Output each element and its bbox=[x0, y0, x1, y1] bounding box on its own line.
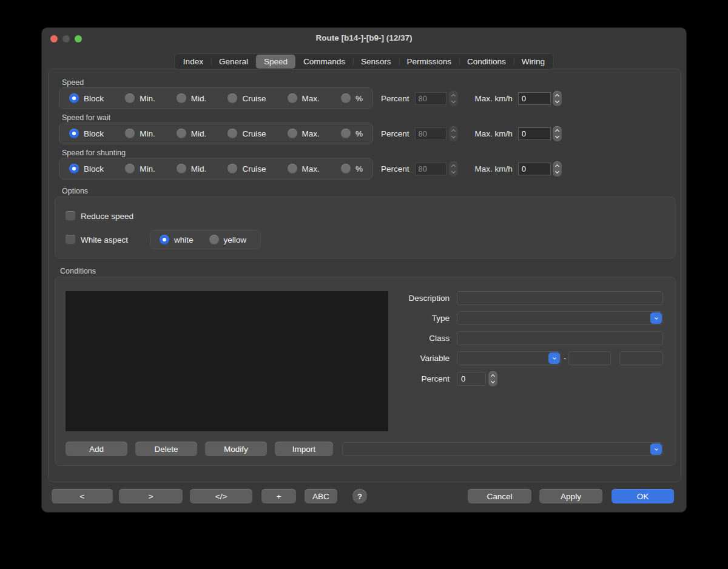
speed-shunting-radio-group: Block Min. Mid. Cruise Max. % bbox=[59, 158, 373, 180]
max-kmh-label: Max. km/h bbox=[475, 94, 513, 103]
section-label-conditions: Conditions bbox=[60, 267, 96, 275]
dropdown-button[interactable] bbox=[548, 352, 560, 364]
chevron-up-icon bbox=[451, 93, 455, 98]
modify-button[interactable]: Modify bbox=[205, 442, 267, 456]
radio-speed-min[interactable]: Min. bbox=[125, 93, 155, 103]
percent-label: Percent bbox=[381, 164, 410, 173]
section-label-speed: Speed bbox=[62, 78, 84, 87]
cancel-button[interactable]: Cancel bbox=[468, 489, 531, 503]
radio-icon bbox=[125, 164, 135, 173]
shunting-percent-input bbox=[415, 163, 447, 175]
title-bar[interactable]: Route [b14-]-[b9-] (12/37) bbox=[42, 28, 686, 50]
ok-button[interactable]: OK bbox=[612, 489, 674, 503]
reduce-speed-checkbox[interactable] bbox=[66, 211, 75, 221]
import-button[interactable]: Import bbox=[275, 442, 333, 456]
speed-shunting-value-controls: Percent Max. km/h bbox=[381, 158, 562, 180]
wait-max-kmh-input[interactable] bbox=[518, 127, 551, 140]
prev-route-button[interactable]: < bbox=[52, 489, 113, 503]
tab-index[interactable]: Index bbox=[175, 55, 211, 69]
radio-shunting-cruise[interactable]: Cruise bbox=[228, 164, 266, 173]
condition-percent-label: Percent bbox=[395, 374, 450, 383]
chevron-down-icon bbox=[655, 316, 658, 320]
conditions-bottom-dropdown[interactable] bbox=[342, 442, 663, 456]
radio-icon bbox=[177, 93, 186, 103]
class-input[interactable] bbox=[457, 331, 663, 345]
chevron-down-icon bbox=[451, 169, 455, 173]
chevron-up-icon bbox=[555, 129, 559, 133]
wait-max-kmh-stepper[interactable] bbox=[553, 126, 562, 141]
radio-icon bbox=[288, 93, 297, 103]
chevron-down-icon bbox=[451, 133, 455, 138]
speed-wait-radio-group: Block Min. Mid. Cruise Max. % bbox=[59, 123, 373, 144]
radio-wait-percent[interactable]: % bbox=[341, 129, 363, 138]
radio-selected-icon bbox=[69, 164, 79, 173]
speed-percent-input bbox=[415, 92, 447, 105]
percent-label: Percent bbox=[381, 94, 410, 103]
white-aspect-checkbox[interactable] bbox=[66, 235, 75, 244]
dropdown-button[interactable] bbox=[650, 443, 662, 455]
radio-selected-icon bbox=[69, 93, 79, 103]
variable-from-input[interactable] bbox=[568, 351, 611, 365]
radio-wait-min[interactable]: Min. bbox=[125, 129, 155, 138]
variable-dropdown[interactable] bbox=[457, 351, 561, 365]
tab-sensors[interactable]: Sensors bbox=[353, 55, 399, 69]
abc-button[interactable]: ABC bbox=[305, 489, 337, 503]
tab-commands[interactable]: Commands bbox=[295, 55, 353, 69]
next-route-button[interactable]: > bbox=[119, 489, 183, 503]
xml-button[interactable]: </> bbox=[190, 489, 252, 503]
radio-icon bbox=[288, 164, 297, 173]
tab-wiring[interactable]: Wiring bbox=[514, 55, 553, 69]
speed-tab-panel: Speed Block Min. Mid. Cruise Max. % Perc… bbox=[48, 69, 681, 482]
radio-wait-cruise[interactable]: Cruise bbox=[228, 129, 266, 138]
apply-button[interactable]: Apply bbox=[539, 489, 602, 503]
radio-shunting-mid[interactable]: Mid. bbox=[177, 164, 207, 173]
radio-speed-max[interactable]: Max. bbox=[288, 93, 320, 103]
radio-shunting-min[interactable]: Min. bbox=[125, 164, 155, 173]
conditions-list[interactable] bbox=[66, 291, 388, 431]
radio-icon bbox=[177, 164, 186, 173]
radio-wait-mid[interactable]: Mid. bbox=[177, 129, 207, 138]
chevron-up-icon bbox=[451, 129, 455, 133]
variable-label: Variable bbox=[395, 354, 450, 363]
type-label: Type bbox=[395, 314, 450, 323]
speed-radio-group: Block Min. Mid. Cruise Max. % bbox=[59, 87, 373, 109]
radio-aspect-yellow[interactable]: yellow bbox=[209, 235, 247, 244]
shunting-max-kmh-input[interactable] bbox=[518, 163, 551, 175]
add-button[interactable]: Add bbox=[66, 442, 127, 456]
radio-icon bbox=[209, 235, 219, 244]
radio-shunting-block[interactable]: Block bbox=[69, 164, 104, 173]
radio-shunting-percent[interactable]: % bbox=[341, 164, 363, 173]
radio-speed-mid[interactable]: Mid. bbox=[177, 93, 207, 103]
speed-max-kmh-stepper[interactable] bbox=[553, 91, 562, 106]
description-input[interactable] bbox=[457, 291, 663, 305]
condition-percent-stepper[interactable] bbox=[488, 371, 497, 386]
speed-max-kmh-input[interactable] bbox=[518, 92, 551, 105]
chevron-down-icon bbox=[555, 98, 559, 103]
description-label: Description bbox=[395, 294, 450, 303]
shunting-max-kmh-stepper[interactable] bbox=[553, 161, 562, 177]
tab-permissions[interactable]: Permissions bbox=[399, 55, 460, 69]
radio-selected-icon bbox=[160, 235, 169, 244]
radio-speed-percent[interactable]: % bbox=[341, 93, 363, 103]
type-dropdown[interactable] bbox=[457, 311, 663, 325]
dropdown-button[interactable] bbox=[650, 312, 662, 324]
variable-to-input[interactable] bbox=[619, 351, 663, 365]
radio-shunting-max[interactable]: Max. bbox=[288, 164, 320, 173]
radio-wait-block[interactable]: Block bbox=[69, 129, 104, 138]
tab-general[interactable]: General bbox=[211, 55, 256, 69]
help-button[interactable]: ? bbox=[352, 489, 367, 503]
radio-aspect-white[interactable]: white bbox=[160, 235, 194, 244]
chevron-down-icon bbox=[555, 169, 559, 173]
add-route-button[interactable]: + bbox=[261, 489, 296, 503]
tab-speed[interactable]: Speed bbox=[256, 55, 295, 69]
radio-wait-max[interactable]: Max. bbox=[288, 129, 320, 138]
tab-conditions[interactable]: Conditions bbox=[459, 55, 514, 69]
reduce-speed-label: Reduce speed bbox=[81, 212, 133, 221]
condition-percent-input[interactable] bbox=[457, 372, 486, 386]
radio-speed-block[interactable]: Block bbox=[69, 93, 104, 103]
tab-bar: Index General Speed Commands Sensors Per… bbox=[174, 53, 554, 70]
delete-button[interactable]: Delete bbox=[135, 442, 197, 456]
chevron-down-icon bbox=[553, 356, 556, 360]
chevron-up-icon bbox=[555, 93, 559, 98]
radio-speed-cruise[interactable]: Cruise bbox=[228, 93, 266, 103]
